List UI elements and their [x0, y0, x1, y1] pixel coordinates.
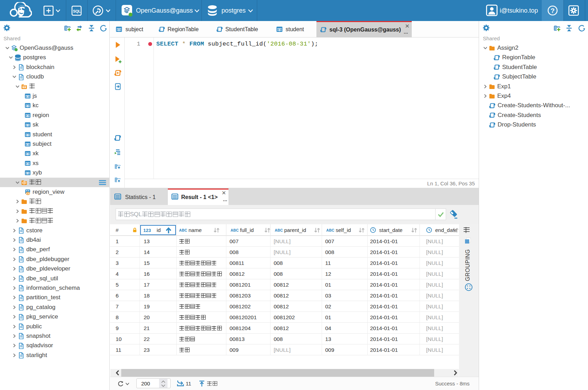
svg-text:SQL: SQL: [73, 9, 81, 13]
svg-text:?: ?: [551, 7, 555, 14]
